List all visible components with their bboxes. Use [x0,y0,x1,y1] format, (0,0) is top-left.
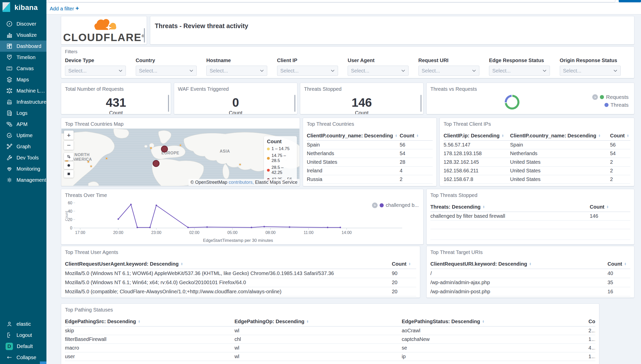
column-header[interactable]: Count▲▼ [400,133,433,139]
zoom-in-button[interactable]: + [64,131,74,140]
map-marker-us-east[interactable] [106,157,108,159]
column-header[interactable]: ClientIP.country_name: Descending▲▼ [307,133,400,139]
table-header: ClientRequestUserAgent.keyword: Descendi… [65,259,416,269]
map-marker-china[interactable] [239,163,241,166]
sidebar-item-graph[interactable]: Graph [0,141,46,152]
table-row: macro wl se 44 [65,344,595,352]
sidebar-item-logout[interactable]: Logout [0,330,46,341]
map-marker-us-south[interactable] [90,165,92,167]
table-row: Netherlands 54 [307,149,433,158]
filter-select[interactable]: Select... [65,66,126,76]
column-header[interactable]: Threats: Descending▲▼ [430,204,590,210]
sidebar-item-maps[interactable]: Maps [0,74,46,85]
sidebar-item-label: Timelion [16,54,36,60]
chevron-down-icon [331,69,335,72]
sidebar-item-management[interactable]: Management [0,174,46,186]
column-header[interactable]: EdgePathingStatus: Descending▲▼ [402,319,588,324]
sidebar-item-user[interactable]: elastic [0,318,46,330]
filters-row: Device Type Select... Country Select... … [61,58,634,76]
map-marker-netherlands[interactable] [161,146,168,153]
rectangle-tool-button[interactable] [64,170,74,178]
polygon-tool-button[interactable] [64,161,74,169]
filter-field: Client IP Select... [277,58,348,76]
sort-icon: ▲▼ [416,134,419,137]
threats-over-time-plot: 020406017:0020:0023:0002:0005:0008:0011:… [65,198,415,244]
sidebar-item-label: Uptime [16,133,32,138]
legend-label[interactable]: Requests [606,94,629,100]
map-marker-us-central[interactable] [87,161,89,163]
sidebar-item-uptime[interactable]: Uptime [0,130,46,141]
panel-scrollbar[interactable] [168,95,169,112]
sidebar-item-logs[interactable]: Logs [0,107,46,119]
svg-text:02:00: 02:00 [189,230,199,235]
column-header[interactable]: Count▲▼ [590,204,630,210]
sidebar-item-timelion[interactable]: Timelion [0,52,46,63]
donut-legend: > Requests Threats [592,94,629,110]
crop-tool-button[interactable] [64,153,74,160]
column-header[interactable]: ClientIP.ip: Descending▲▼ [444,133,510,139]
column-header[interactable]: Count▲▼ [608,261,630,267]
map-marker-uk[interactable] [150,147,152,149]
sidebar-item-machine-learning[interactable]: Machine Le... [0,85,46,96]
sidebar-item-canvas[interactable]: Canvas [0,63,46,74]
filter-select[interactable]: Select... [206,66,267,76]
table-title: Top Threat Countries [303,118,436,127]
panel-scrollbar[interactable] [294,95,295,112]
kibana-logo[interactable]: kibana [0,0,46,15]
sidebar-item-visualize[interactable]: Visualize [0,29,46,41]
filter-select[interactable]: Select... [348,66,409,76]
map-marker-spain[interactable] [153,160,160,167]
column-header[interactable]: Count▲▼ [610,133,630,139]
svg-text:20:00: 20:00 [113,230,123,235]
panel-cloudflare-logo: CLOUDFLARE® [61,16,147,45]
filter-select[interactable]: Select... [418,66,479,76]
add-filter-link[interactable]: Add a filter+ [50,5,79,12]
legend-dot [267,169,270,172]
svg-text:EdgeStartTimestamp per 30 minu: EdgeStartTimestamp per 30 minutes [203,238,273,243]
sidebar-item-monitoring[interactable]: Monitoring [0,163,46,174]
sort-icon: ▲▼ [483,206,485,208]
zoom-out-button[interactable]: − [64,141,74,150]
wrench-icon [6,154,13,161]
sidebar-scrollbar-thumb[interactable] [40,361,46,364]
sidebar-item-space-default[interactable]: D Default [0,341,46,352]
filter-field: Request URI Select... [418,58,489,76]
legend-label[interactable]: Threats [611,102,629,108]
column-header[interactable]: EdgePathingSrc: Descending▲▼ [65,319,234,324]
column-header[interactable]: EdgePathingOp: Descending▲▼ [234,319,402,324]
filters-panel-title: Filters [61,47,634,54]
query-input-fragment[interactable] [48,0,615,2]
panel-scrollbar[interactable] [144,28,145,43]
sidebar-item-collapse[interactable]: Collapse [0,352,46,363]
sidebar-item-infrastructure[interactable]: Infrastructure [0,96,46,107]
filter-select[interactable]: Select... [136,66,197,76]
column-header[interactable]: Count▼ [588,319,595,324]
sidebar-item-apm[interactable]: APM [0,119,46,130]
filter-select[interactable]: Select... [560,66,621,76]
sidebar-item-dashboard[interactable]: Dashboard [0,41,46,52]
map-legend-title: Count [267,139,294,144]
chevron-down-icon [119,69,123,72]
table-row: Russia 2 [307,175,433,184]
panel-scrollbar[interactable] [420,95,421,112]
sidebar-item-dev-tools[interactable]: Dev Tools [0,152,46,163]
column-header[interactable]: Count▲▼ [392,261,416,267]
update-button-fragment[interactable] [619,0,641,2]
filter-select[interactable]: Select... [489,66,550,76]
world-map[interactable]: NORTHAMERICA EUROPE ASIA + − Count [61,129,299,186]
attribution-link[interactable]: contributors, [229,180,254,185]
column-header[interactable]: ClientRequestUserAgent.keyword: Descendi… [65,261,392,267]
legend-dot-threats [604,103,609,107]
threats-vs-requests-donut[interactable] [505,95,519,110]
panel-metric-waf-events: WAF Events Triggered 0 Count [174,83,297,114]
sidebar-item-discover[interactable]: Discover [0,18,46,29]
column-header[interactable]: ClientIP.country_name: Descending▲▼ [510,133,610,139]
square-icon [67,172,71,176]
sidebar-item-label: Visualize [16,32,37,38]
sort-icon: ▲▼ [627,134,629,137]
column-header[interactable]: ClientRequestURI.keyword: Descending▲▼ [430,261,608,267]
map-marker-russia[interactable] [179,144,181,146]
filter-bar: Add a filter+ [46,3,641,14]
legend-toggle-icon[interactable]: > [592,94,598,100]
filter-select[interactable]: Select... [277,66,338,76]
